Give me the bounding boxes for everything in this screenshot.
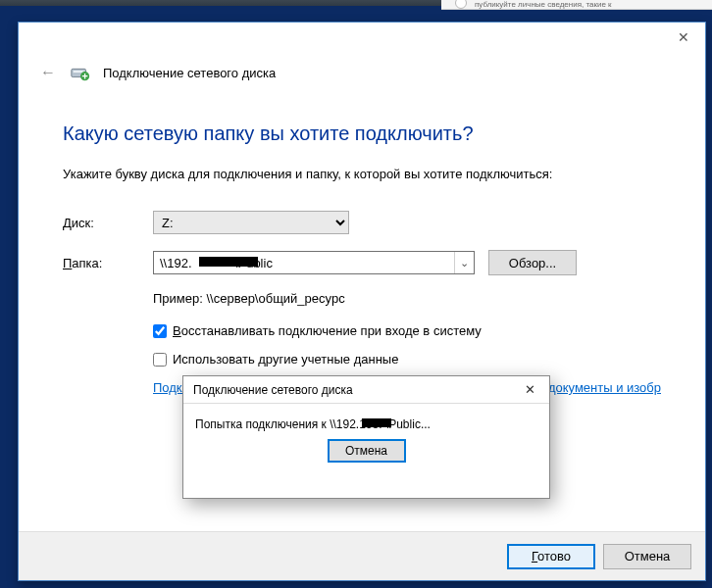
wizard-title: Подключение сетевого диска bbox=[103, 66, 276, 80]
folder-label: Папка: bbox=[63, 256, 153, 270]
radio-icon bbox=[455, 0, 467, 9]
connect-website-link-right[interactable]: документы и изобр bbox=[544, 380, 661, 395]
drive-label: Диск: bbox=[63, 216, 153, 230]
cancel-button[interactable]: Отмена bbox=[603, 544, 691, 569]
reconnect-checkbox[interactable] bbox=[153, 324, 167, 338]
redaction-bar bbox=[199, 257, 258, 267]
redaction-bar-2 bbox=[362, 418, 391, 427]
drive-row: Диск: Z: bbox=[63, 211, 661, 234]
progress-title: Подключение сетевого диска bbox=[193, 383, 353, 397]
progress-message: Попытка подключения к \\192.168. \Public… bbox=[195, 417, 431, 431]
progress-footer: Отмена bbox=[195, 431, 537, 463]
reconnect-label: Восстанавливать подключение при входе в … bbox=[173, 323, 482, 338]
progress-cancel-button[interactable]: Отмена bbox=[328, 439, 406, 463]
othercreds-checkbox[interactable] bbox=[153, 353, 167, 367]
wizard-header: ← Подключение сетевого диска bbox=[19, 58, 705, 95]
othercreds-checkbox-row: Использовать другие учетные данные bbox=[153, 352, 661, 367]
browser-hint-text: публикуйте личные сведения, такие к bbox=[475, 0, 612, 9]
chevron-down-icon[interactable]: ⌄ bbox=[454, 252, 474, 273]
progress-close-button[interactable]: ✕ bbox=[518, 382, 541, 397]
finish-button[interactable]: Готово bbox=[507, 544, 595, 569]
example-text: Пример: \\сервер\общий_ресурс bbox=[153, 291, 661, 306]
wizard-instruction: Укажите букву диска для подключения и па… bbox=[63, 167, 661, 181]
titlebar: ✕ bbox=[19, 23, 705, 58]
browser-chrome-light: публикуйте личные сведения, такие к bbox=[441, 0, 712, 10]
close-button[interactable]: ✕ bbox=[661, 23, 705, 52]
wizard-footer: Готово Отмена bbox=[19, 531, 705, 580]
back-arrow-icon[interactable]: ← bbox=[38, 64, 58, 81]
svg-rect-1 bbox=[74, 71, 84, 73]
reconnect-checkbox-row: Восстанавливать подключение при входе в … bbox=[153, 323, 661, 338]
connect-progress-dialog: Подключение сетевого диска ✕ Попытка под… bbox=[182, 375, 550, 499]
progress-body: Попытка подключения к \\192.168. \Public… bbox=[183, 404, 549, 470]
drive-select[interactable]: Z: bbox=[153, 211, 349, 234]
progress-titlebar: Подключение сетевого диска ✕ bbox=[183, 376, 549, 404]
folder-row: Папка: ⌄ Обзор... bbox=[63, 250, 661, 275]
network-drive-icon bbox=[70, 62, 91, 83]
close-icon: ✕ bbox=[678, 29, 689, 45]
browse-button[interactable]: Обзор... bbox=[488, 250, 577, 275]
folder-combobox[interactable]: ⌄ bbox=[153, 251, 475, 274]
othercreds-label: Использовать другие учетные данные bbox=[173, 352, 398, 367]
wizard-heading: Какую сетевую папку вы хотите подключить… bbox=[63, 122, 661, 145]
